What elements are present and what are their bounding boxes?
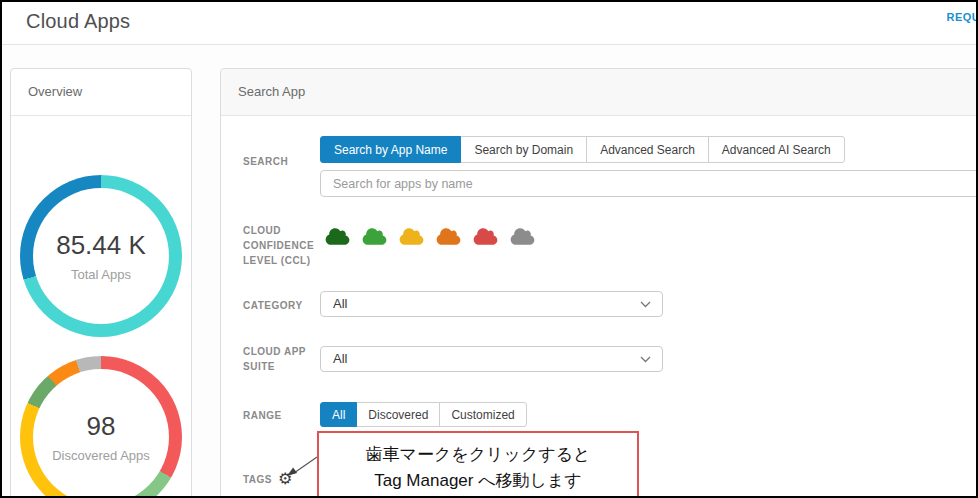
tab-search-by-app-name[interactable]: Search by App Name	[320, 136, 461, 163]
tab-advanced-ai-search[interactable]: Advanced AI Search	[708, 136, 845, 163]
annotation-line-2: Tag Manager へ移動します	[319, 468, 637, 494]
search-label: SEARCH	[243, 154, 288, 169]
annotation-line-1: 歯車マークをクリックすると	[319, 442, 637, 468]
ccl-cloud-medium-icon[interactable]	[398, 227, 425, 246]
ccl-cloud-unrated-icon[interactable]	[509, 227, 536, 246]
category-dropdown[interactable]: All	[320, 291, 663, 317]
range-discovered-button[interactable]: Discovered	[356, 402, 440, 427]
chevron-down-icon	[640, 356, 651, 363]
search-mode-tabs: Search by App Name Search by Domain Adva…	[320, 136, 845, 163]
overview-panel-body: 85.44 K Total Apps 98 Discovered Apps	[11, 116, 191, 498]
overview-panel: Overview 85.44 K Total Apps 98 Discovere…	[10, 68, 192, 498]
range-filter: All Discovered Customized	[320, 402, 527, 427]
category-label: CATEGORY	[243, 298, 303, 313]
chevron-down-icon	[640, 301, 651, 308]
discovered-apps-label: Discovered Apps	[52, 448, 150, 463]
tags-label: TAGS	[243, 474, 272, 485]
request-new-app-link[interactable]: REQU	[947, 11, 978, 23]
discovered-apps-donut-center: 98 Discovered Apps	[20, 356, 182, 498]
app-name-search-input[interactable]	[320, 170, 978, 197]
overview-panel-title: Overview	[11, 69, 191, 116]
page-title: Cloud Apps	[26, 10, 130, 33]
cloud-app-suite-dropdown[interactable]: All	[320, 346, 663, 372]
cloud-app-suite-selected-value: All	[333, 351, 347, 366]
range-customized-button[interactable]: Customized	[439, 402, 526, 427]
cloud-apps-screen: Cloud Apps REQU Overview 85.44 K Total A…	[0, 0, 978, 498]
category-selected-value: All	[333, 296, 347, 311]
ccl-cloud-excellent-icon[interactable]	[324, 227, 351, 246]
search-app-panel-body: SEARCH Search by App Name Search by Doma…	[221, 116, 978, 498]
ccl-filter	[324, 227, 546, 246]
ccl-cloud-poor-icon[interactable]	[472, 227, 499, 246]
discovered-apps-donut-chart: 98 Discovered Apps	[20, 356, 182, 498]
tab-search-by-domain[interactable]: Search by Domain	[460, 136, 587, 163]
total-apps-donut-chart: 85.44 K Total Apps	[20, 175, 182, 337]
app-header: Cloud Apps REQU	[2, 2, 976, 45]
discovered-apps-value: 98	[87, 411, 116, 442]
total-apps-donut-center: 85.44 K Total Apps	[20, 175, 182, 337]
search-app-panel: Search App SEARCH Search by App Name Sea…	[220, 68, 978, 498]
total-apps-value: 85.44 K	[56, 230, 146, 261]
range-all-button[interactable]: All	[320, 402, 357, 427]
range-label: RANGE	[243, 408, 282, 423]
ccl-cloud-low-icon[interactable]	[435, 227, 462, 246]
ccl-cloud-high-icon[interactable]	[361, 227, 388, 246]
tab-advanced-search[interactable]: Advanced Search	[586, 136, 709, 163]
ccl-label: CLOUD CONFIDENCE LEVEL (CCL)	[243, 223, 323, 268]
total-apps-label: Total Apps	[71, 267, 131, 282]
cloud-app-suite-label: CLOUD APP SUITE	[243, 344, 323, 374]
annotation-callout: 歯車マークをクリックすると Tag Manager へ移動します	[317, 431, 639, 498]
search-app-panel-title: Search App	[221, 69, 978, 116]
